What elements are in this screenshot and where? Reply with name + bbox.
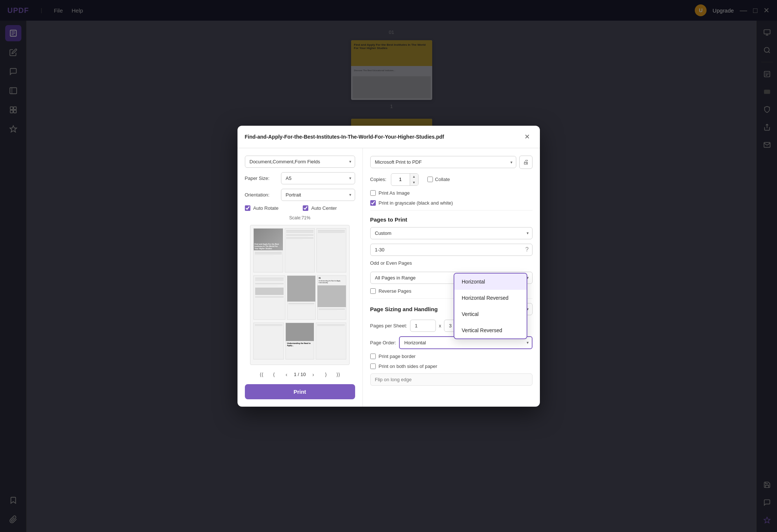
prev-button[interactable]: ‹ — [281, 369, 292, 380]
preview-image: Find and Apply For the Best Institutes I… — [250, 225, 350, 365]
paper-size-select[interactable]: A5 A4 Letter — [281, 172, 355, 184]
collate-label: Collate — [435, 177, 450, 182]
preview-bottom: Understanding the Need to Apply... — [253, 323, 346, 359]
print-as-image-checkbox[interactable] — [370, 190, 376, 196]
print-grayscale-checkbox[interactable] — [370, 200, 376, 206]
print-both-sides-checkbox[interactable] — [370, 364, 376, 369]
modal-close-button[interactable]: ✕ — [522, 132, 533, 142]
page-sizing-title: Page Sizing and Handling — [370, 306, 438, 312]
preview-top: Find and Apply For the Best Institutes I… — [253, 228, 346, 272]
copies-label: Copies: — [370, 177, 386, 182]
collate-checkbox[interactable] — [427, 177, 433, 182]
orientation-label: Orientation: — [245, 192, 278, 198]
scale-label: Scale:71% — [289, 215, 310, 220]
pages-x-select[interactable]: 1 2 3 4 — [410, 320, 436, 332]
last-page-button[interactable]: ⟩⟩ — [333, 369, 343, 380]
preview-page-9 — [316, 323, 346, 359]
auto-center-row: Auto Center — [303, 205, 355, 211]
copies-stepper: ▲ ▼ — [410, 174, 418, 185]
next-next-button[interactable]: ⟩ — [320, 369, 331, 380]
preview-page-3 — [316, 228, 346, 272]
dropdown-item-horizontal-reversed[interactable]: Horizontal Reversed — [454, 290, 527, 306]
print-as-image-row: Print As Image — [370, 190, 533, 196]
current-page: 1 / 10 — [294, 372, 306, 377]
page-order-dropdown: Horizontal Horizontal Reversed Vertical … — [454, 273, 527, 339]
preview-panel: Document,Comment,Form Fields Document Fo… — [237, 148, 363, 407]
odd-even-label: Odd or Even Pages — [370, 260, 533, 266]
first-page-button[interactable]: ⟨⟨ — [256, 369, 267, 380]
paper-size-row: Paper Size: A5 A4 Letter ▾ — [245, 172, 355, 184]
auto-center-label: Auto Center — [311, 205, 337, 211]
prev-prev-button[interactable]: ⟨ — [269, 369, 279, 380]
content-select[interactable]: Document,Comment,Form Fields Document Fo… — [245, 156, 355, 168]
copies-increment[interactable]: ▲ — [410, 174, 418, 180]
print-border-checkbox[interactable] — [370, 354, 376, 359]
pages-custom-select-wrapper: Custom All Current Page ▾ — [370, 227, 533, 239]
print-grayscale-label: Print in grayscale (black and white) — [379, 200, 453, 206]
copies-decrement[interactable]: ▼ — [410, 180, 418, 185]
copies-row: Copies: ▲ ▼ Collate — [370, 173, 533, 186]
print-as-image-label: Print As Image — [379, 190, 410, 196]
copies-input[interactable] — [391, 174, 410, 184]
preview-page-8: Understanding the Need to Apply... — [285, 323, 314, 359]
auto-rotate-checkbox[interactable] — [245, 205, 250, 211]
pages-custom-select[interactable]: Custom All Current Page — [370, 227, 533, 239]
modal-title: Find-and-Apply-For-the-Best-Institutes-I… — [245, 134, 444, 140]
pagination: ⟨⟨ ⟨ ‹ 1 / 10 › ⟩ ⟩⟩ — [256, 369, 344, 380]
print-border-row: Print page border — [370, 354, 533, 359]
preview-page-6: 01 Understanding the Need to Apply Inter… — [317, 275, 346, 320]
checkboxes-row: Auto Rotate Auto Center — [245, 205, 355, 211]
preview-page-5 — [287, 275, 316, 320]
dropdown-item-horizontal[interactable]: Horizontal — [454, 274, 527, 290]
content-select-wrapper: Document,Comment,Form Fields Document Fo… — [245, 156, 355, 168]
reverse-pages-label: Reverse Pages — [379, 288, 412, 294]
pages-range-input[interactable] — [370, 244, 533, 256]
printer-row: Microsoft Print to PDF ▾ 🖨 — [370, 156, 533, 169]
pages-help-icon: ? — [525, 246, 529, 253]
pages-per-sheet-label: Pages per Sheet: — [370, 323, 407, 328]
flip-long-edge-input[interactable] — [370, 373, 533, 386]
modal-overlay: Find-and-Apply-For-the-Best-Institutes-I… — [0, 0, 777, 532]
page-order-label: Page Order: — [370, 340, 396, 345]
x-separator: x — [439, 323, 441, 328]
copies-input-wrapper: ▲ ▼ — [391, 173, 419, 186]
pages-to-print-title: Pages to Print — [370, 216, 533, 223]
printer-properties-button[interactable]: 🖨 — [519, 156, 533, 169]
dropdown-item-vertical-reversed[interactable]: Vertical Reversed — [454, 322, 527, 338]
print-both-sides-label: Print on both sides of paper — [379, 364, 437, 369]
pages-range-wrapper: ? — [370, 244, 533, 256]
modal-header: Find-and-Apply-For-the-Best-Institutes-I… — [237, 126, 540, 148]
collate-row: Collate — [427, 177, 450, 182]
print-button[interactable]: Print — [245, 384, 355, 399]
auto-rotate-label: Auto Rotate — [253, 205, 279, 211]
orientation-row: Orientation: Portrait Landscape ▾ — [245, 189, 355, 201]
preview-page-2 — [285, 228, 315, 272]
print-border-label: Print page border — [379, 354, 416, 359]
dropdown-item-vertical[interactable]: Vertical — [454, 306, 527, 322]
auto-center-checkbox[interactable] — [303, 205, 308, 211]
print-both-sides-row: Print on both sides of paper — [370, 364, 533, 369]
print-grayscale-row: Print in grayscale (black and white) — [370, 200, 533, 206]
preview-page-7 — [253, 323, 284, 359]
preview-page-4 — [253, 275, 285, 320]
preview-page-1: Find and Apply For the Best Institutes I… — [253, 228, 283, 272]
orientation-select[interactable]: Portrait Landscape — [281, 189, 355, 201]
auto-rotate-row: Auto Rotate — [245, 205, 297, 211]
print-dialog: Find-and-Apply-For-the-Best-Institutes-I… — [237, 126, 540, 407]
pages-x-select-wrapper: 1 2 3 4 — [410, 320, 436, 332]
orientation-select-wrapper: Portrait Landscape ▾ — [281, 189, 355, 201]
paper-size-label: Paper Size: — [245, 175, 278, 181]
next-button[interactable]: › — [308, 369, 318, 380]
printer-select[interactable]: Microsoft Print to PDF — [370, 156, 516, 168]
reverse-pages-checkbox[interactable] — [370, 288, 376, 294]
paper-size-select-wrapper: A5 A4 Letter ▾ — [281, 172, 355, 184]
printer-select-wrapper: Microsoft Print to PDF ▾ — [370, 156, 516, 168]
preview-middle: 01 Understanding the Need to Apply Inter… — [253, 275, 346, 320]
